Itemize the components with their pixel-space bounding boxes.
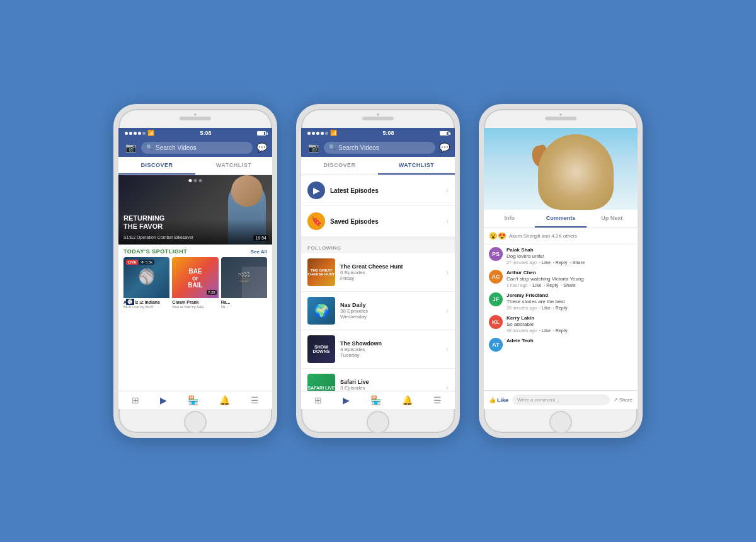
clock-1: 5:08 (200, 130, 211, 136)
featured-duration: 18:54 (253, 235, 268, 241)
comment-like-2[interactable]: · Like (530, 283, 541, 287)
live-text: LIVE (135, 300, 144, 304)
comment-item-5: AT Adele Teoh (489, 338, 633, 352)
show-day-nas: Wednesday (340, 314, 441, 320)
search-bar-2[interactable]: 🔍 Search Videos (324, 142, 435, 154)
home-button-1[interactable] (184, 411, 207, 434)
phone3-screen: Info Comments Up Next 😮😍 Akum Shergill a… (484, 128, 638, 409)
comment-share-1[interactable]: · Share (570, 260, 585, 265)
show-item-safari[interactable]: SAFARI LIVE Safari Live 3 Episodes Monda… (301, 369, 455, 391)
bnav-watch-1[interactable]: ▶ (160, 395, 167, 405)
tab-discover-1[interactable]: DISCOVER (118, 157, 195, 175)
show-info-safari: Safari Live 3 Episodes Monday (340, 379, 441, 391)
live-badge-1: LIVE (126, 260, 138, 265)
show-thumb-showdown: SHOW DOWNS (307, 335, 335, 363)
video-thumb-3[interactable]: 🎬 Ra... Mi... (221, 257, 267, 309)
phone-comments: Info Comments Up Next 😮😍 Akum Shergill a… (479, 104, 643, 438)
bnav-notifications-2[interactable]: 🔔 (402, 395, 413, 405)
phone1-screen: 📶 5:08 📷 🔍 Search Videos 💬 (118, 128, 272, 409)
featured-dot-3 (199, 179, 202, 182)
tab-comments[interactable]: Comments (535, 210, 586, 228)
tab-watchlist-2[interactable]: WATCHLIST (378, 157, 455, 175)
like-button[interactable]: 👍 Like (489, 397, 508, 403)
bnav-menu-1[interactable]: ☰ (251, 395, 259, 405)
thumb-title-2: Clown Prank (172, 300, 218, 305)
show-thumb-img-showdown: SHOW DOWNS (307, 335, 335, 363)
search-bar-text-1: Search Videos (156, 144, 197, 151)
signal-dots-2 (307, 132, 328, 135)
home-button-2[interactable] (367, 411, 389, 434)
featured-subtitle: S1:E2 Operation Combat Bikesaver (123, 235, 193, 239)
comment-text-1: Dog lovers unite! (507, 253, 633, 259)
comment-reply-4[interactable]: · Reply (553, 328, 568, 333)
messenger-icon-2[interactable]: 💬 (439, 142, 450, 153)
tab-info[interactable]: Info (484, 210, 535, 228)
comment-like-4[interactable]: · Like (539, 328, 551, 333)
comment-like-1[interactable]: · Like (539, 260, 551, 265)
tab-watchlist-1[interactable]: WATCHLIST (195, 157, 272, 175)
share-button[interactable]: ↗ Share (614, 397, 633, 403)
dog-photo (484, 128, 638, 210)
tab-discover-2[interactable]: DISCOVER (301, 157, 378, 175)
bnav-marketplace-1[interactable]: 🏪 (188, 395, 198, 405)
comment-like-3[interactable]: · Like (539, 306, 551, 310)
comment-name-5: Adele Teoh (507, 338, 633, 343)
show-chevron-cheese: › (446, 268, 449, 277)
comment-item-4: KL Kerry Lakin So adorable 48 minutes ag… (489, 315, 633, 333)
camera-icon-2[interactable]: 📷 (306, 141, 320, 154)
home-button-3[interactable] (549, 411, 572, 434)
reactions-row: 😮😍 Akum Shergill and 4.2K others (484, 228, 638, 245)
battery-icon-1 (257, 131, 266, 136)
saved-episodes-item[interactable]: 🔖 Saved Episodes › (301, 206, 455, 240)
show-thumb-nas: 🌍 (307, 297, 335, 325)
show-item-cheese[interactable]: THE GREAT CHEESE HUNT The Great Cheese H… (301, 253, 455, 292)
phone2-screen: 📶 5:08 📷 🔍 Search Videos 💬 (301, 128, 455, 409)
comment-item-2: AC Arthur Chen Can't stop watching Victo… (489, 270, 633, 287)
bnav-notifications-1[interactable]: 🔔 (219, 395, 230, 405)
show-name-cheese: The Great Cheese Hunt (340, 263, 441, 270)
bnav-home-2[interactable]: ⊞ (314, 395, 322, 405)
show-chevron-showdown: › (446, 345, 449, 354)
latest-chevron: › (446, 186, 449, 195)
comment-body-3: Jeremy Friedland These stories are the b… (507, 292, 633, 310)
tab-up-next[interactable]: Up Next (587, 210, 638, 228)
camera-icon-1[interactable]: 📷 (123, 141, 137, 154)
battery-icon-2 (440, 131, 449, 136)
featured-video[interactable]: RETURNINGTHE FAVOR S1:E2 Operation Comba… (118, 175, 272, 245)
comment-body-4: Kerry Lakin So adorable 48 minutes ago ·… (507, 315, 633, 333)
show-episodes-safari: 3 Episodes (340, 385, 441, 391)
show-chevron-nas: › (446, 306, 449, 315)
comment-time-2: 1 hour ago (507, 283, 527, 287)
comments-list: PS Palak Shah Dog lovers unite! 27 minut… (484, 245, 638, 390)
status-left-2: 📶 (307, 130, 337, 136)
comment-share-2[interactable]: · Share (561, 283, 575, 287)
status-bar-1: 📶 5:08 (118, 128, 272, 138)
video-thumb-2[interactable]: BAEorBAIL 7:28 Clown Prank Bae or Bail b… (172, 257, 218, 309)
search-bar-1[interactable]: 🔍 Search Videos (141, 142, 253, 154)
see-all-link[interactable]: See All (251, 249, 267, 255)
latest-episodes-item[interactable]: ▶ Latest Episodes › (301, 175, 455, 206)
comment-time-1: 27 minutes ago (507, 260, 537, 265)
comment-time-4: 48 minutes ago (507, 328, 537, 333)
show-name-safari: Safari Live (340, 379, 441, 385)
comment-reply-1[interactable]: · Reply (553, 260, 568, 265)
comment-reply-3[interactable]: · Reply (553, 306, 568, 310)
bnav-menu-2[interactable]: ☰ (433, 395, 442, 405)
featured-bg (118, 175, 272, 245)
show-item-showdown[interactable]: SHOW DOWNS The Showdown 4 Episodes Tuesd… (301, 330, 455, 369)
spotlight-title: TODAY'S SPOTLIGHT (123, 248, 187, 255)
latest-label: Latest Episodes (330, 187, 441, 194)
messenger-icon-1[interactable]: 💬 (256, 142, 267, 153)
following-header: FOLLOWING (301, 240, 455, 253)
signal-dot-2-1 (307, 132, 311, 135)
bnav-marketplace-2[interactable]: 🏪 (370, 395, 381, 405)
comment-reply-2[interactable]: · Reply (544, 283, 558, 287)
bnav-home-1[interactable]: ⊞ (132, 395, 139, 405)
status-bar-2: 📶 5:08 (301, 128, 455, 138)
comment-input[interactable]: Write a comment... (512, 395, 610, 405)
wifi-icon-1: 📶 (147, 130, 154, 136)
comment-body-2: Arthur Chen Can't stop watching Victoria… (507, 270, 633, 287)
show-item-nas[interactable]: 🌍 Nas Daily 38 Episodes Wednesday › (301, 292, 455, 330)
video-thumb-1[interactable]: ⚾ LIVE 👁 5.5k ⚾ LIVE Angels at Indians M… (123, 257, 169, 309)
bnav-watch-2[interactable]: ▶ (343, 395, 350, 405)
